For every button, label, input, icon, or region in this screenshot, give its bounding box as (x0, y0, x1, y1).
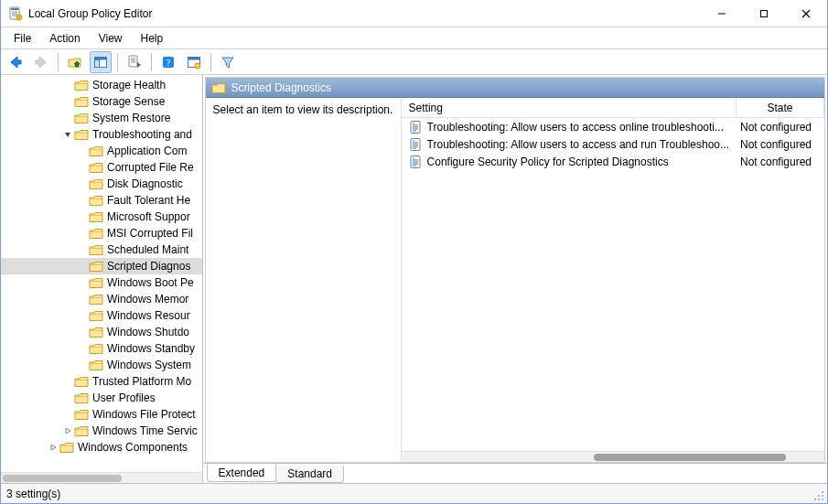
folder-icon (89, 160, 103, 175)
tree-node[interactable]: Trusted Platform Mo (1, 373, 202, 390)
folder-header-title: Scripted Diagnostics (231, 81, 331, 94)
tree-node[interactable]: Windows Components (1, 439, 202, 456)
filter-button[interactable] (217, 51, 239, 73)
folder-icon (89, 242, 103, 257)
tree-node-label: Storage Sense (92, 93, 165, 110)
policy-setting-icon (409, 137, 424, 152)
folder-icon (74, 391, 89, 405)
tree-panel: Storage HealthStorage SenseSystem Restor… (1, 75, 203, 483)
tree-node[interactable]: Disk Diagnostic (1, 176, 202, 192)
export-list-button[interactable] (124, 51, 145, 73)
tree-horizontal-scrollbar[interactable] (1, 472, 202, 483)
tree-node-label: Disk Diagnostic (107, 176, 183, 192)
list-row[interactable]: Troubleshooting: Allow users to access a… (402, 135, 824, 153)
folder-icon (59, 440, 74, 455)
folder-icon (89, 144, 103, 158)
main-body: Storage HealthStorage SenseSystem Restor… (1, 75, 827, 483)
tree-node[interactable]: Windows System (1, 357, 202, 373)
maximize-button[interactable] (743, 0, 785, 27)
tree-node[interactable]: MSI Corrupted Fil (1, 225, 202, 241)
minimize-button[interactable] (701, 0, 743, 27)
tree-node[interactable]: Application Com (1, 143, 202, 159)
tree-node[interactable]: Microsoft Suppor (1, 209, 202, 225)
list-row[interactable]: Troubleshooting: Allow users to access o… (402, 118, 824, 135)
folder-icon (74, 374, 89, 389)
tree-node[interactable]: Windows File Protect (1, 406, 202, 423)
tree-node[interactable]: Windows Time Servic (1, 423, 202, 439)
folder-icon (89, 308, 103, 323)
cell-setting: Configure Security Policy for Scripted D… (402, 155, 737, 169)
description-column: Select an item to view its description. (206, 98, 402, 462)
tree-node[interactable]: User Profiles (1, 390, 202, 406)
tree-node[interactable]: Storage Sense (1, 93, 202, 110)
statusbar-text: 3 setting(s) (6, 488, 60, 500)
tab-standard[interactable]: Standard (275, 466, 344, 483)
folder-icon (89, 259, 103, 273)
menu-file[interactable]: File (5, 29, 40, 48)
setting-label: Troubleshooting: Allow users to access o… (427, 121, 724, 134)
tree-node[interactable]: Windows Shutdo (1, 324, 202, 340)
tree-node-label: Windows Shutdo (107, 324, 189, 340)
chevron-right-icon[interactable] (47, 441, 59, 454)
back-button[interactable] (5, 51, 27, 73)
tree-scroll-area[interactable]: Storage HealthStorage SenseSystem Restor… (1, 75, 202, 472)
description-prompt: Select an item to view its description. (213, 103, 393, 116)
tree-node-label: MSI Corrupted Fil (107, 225, 193, 241)
list-header: Setting State (402, 98, 824, 118)
setting-label: Configure Security Policy for Scripted D… (427, 155, 669, 168)
tree-node[interactable]: Scripted Diagnos (1, 258, 202, 274)
tab-extended[interactable]: Extended (207, 464, 277, 482)
svg-point-47 (822, 499, 823, 500)
menu-action[interactable]: Action (40, 29, 89, 48)
tree-node-label: Windows Memor (107, 291, 188, 307)
svg-rect-1 (11, 8, 18, 10)
list-horizontal-scrollbar[interactable] (402, 451, 824, 462)
folder-icon (89, 177, 103, 191)
column-header-setting[interactable]: Setting (402, 98, 737, 117)
folder-icon (74, 127, 89, 142)
tree-node[interactable]: Windows Memor (1, 291, 202, 307)
chevron-down-icon[interactable] (61, 128, 74, 141)
column-header-state[interactable]: State (737, 98, 824, 117)
list-scrollbar-thumb[interactable] (594, 454, 786, 461)
folder-icon (89, 292, 103, 306)
cell-state: Not configured (737, 155, 824, 168)
show-hide-console-tree-button[interactable] (90, 51, 112, 73)
chevron-right-icon[interactable] (61, 424, 74, 437)
folder-icon (89, 209, 103, 224)
forward-button[interactable] (30, 51, 52, 73)
tree-node-label: Windows Resour (107, 307, 190, 324)
tree-node[interactable]: Windows Standby (1, 340, 202, 357)
svg-rect-15 (129, 56, 137, 67)
menu-view[interactable]: View (90, 29, 132, 48)
resize-grip-icon[interactable] (812, 488, 824, 501)
tree-node-label: System Restore (92, 110, 170, 126)
menu-help[interactable]: Help (132, 29, 173, 48)
close-button[interactable] (785, 0, 827, 27)
help-button[interactable]: ? (157, 51, 179, 73)
list-row[interactable]: Configure Security Policy for Scripted D… (402, 153, 824, 170)
menubar: File Action View Help (1, 27, 827, 49)
tree-node[interactable]: Corrupted File Re (1, 159, 202, 176)
tree-node-label: Corrupted File Re (107, 159, 194, 176)
policy-settings-button[interactable] (183, 51, 205, 73)
tree-node[interactable]: Windows Resour (1, 307, 202, 324)
right-content: Scripted Diagnostics Select an item to v… (205, 77, 825, 463)
svg-point-42 (822, 491, 823, 493)
tree-node-label: Windows File Protect (92, 406, 196, 423)
tree-node-label: Windows Time Servic (92, 423, 198, 439)
tree-node-label: Windows Components (78, 439, 188, 456)
tree-node[interactable]: Fault Tolerant He (1, 192, 202, 209)
tree-node[interactable]: Scheduled Maint (1, 241, 202, 258)
svg-point-45 (814, 499, 816, 500)
tree-node[interactable]: Windows Boot Pe (1, 274, 202, 291)
up-one-level-button[interactable] (64, 51, 86, 73)
right-body: Select an item to view its description. … (206, 98, 824, 462)
tree-node[interactable]: Troubleshooting and (1, 126, 202, 143)
tree-node[interactable]: Storage Health (1, 77, 202, 93)
folder-icon (89, 275, 103, 290)
tree-node-label: Windows System (107, 357, 191, 373)
tree-scrollbar-thumb[interactable] (3, 475, 122, 482)
tree-node-label: Troubleshooting and (92, 126, 192, 143)
tree-node[interactable]: System Restore (1, 110, 202, 126)
